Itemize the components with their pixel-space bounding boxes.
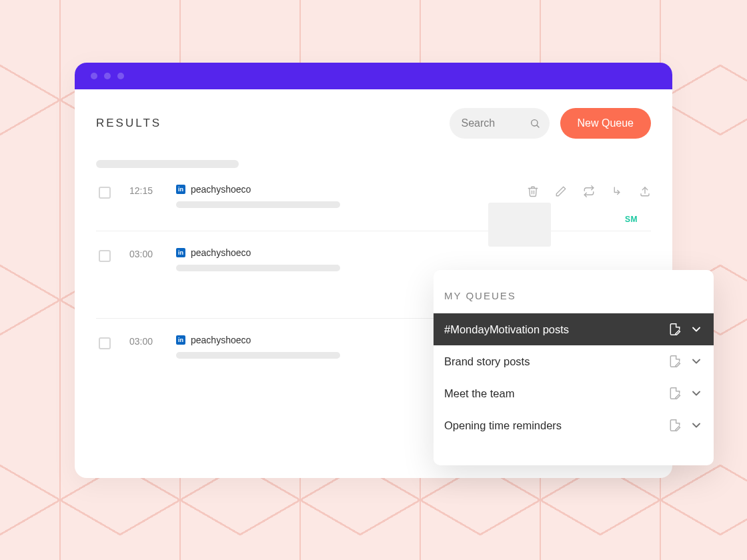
new-queue-button[interactable]: New Queue xyxy=(560,108,652,139)
window-control-minimize[interactable] xyxy=(104,73,111,79)
queue-item-meet-team[interactable]: Meet the team xyxy=(434,377,714,409)
queue-item-label: Meet the team xyxy=(444,387,660,400)
select-checkbox[interactable] xyxy=(99,337,111,349)
file-edit-icon[interactable] xyxy=(668,355,682,368)
post-body: in peachyshoeco xyxy=(176,184,527,215)
linkedin-icon: in xyxy=(176,248,185,257)
queue-item-monday-motivation[interactable]: #MondayMotivation posts xyxy=(434,313,714,345)
post-time: 03:00 xyxy=(129,247,160,271)
linkedin-icon: in xyxy=(176,185,185,194)
post-time: 03:00 xyxy=(129,335,160,359)
chevron-down-icon[interactable] xyxy=(690,355,703,368)
svg-line-1 xyxy=(537,125,539,127)
queues-heading: MY QUEUES xyxy=(434,290,714,313)
account-name: peachyshoeco xyxy=(191,184,251,195)
file-edit-icon[interactable] xyxy=(668,323,682,336)
queue-item-label: Opening time reminders xyxy=(444,419,660,432)
post-text-placeholder xyxy=(176,265,340,271)
linkedin-icon: in xyxy=(176,335,185,345)
window-titlebar xyxy=(75,63,672,89)
page-title: RESULTS xyxy=(96,117,161,130)
account-line: in peachyshoeco xyxy=(176,184,527,195)
move-down-icon[interactable] xyxy=(611,185,623,197)
account-name: peachyshoeco xyxy=(191,247,251,258)
file-edit-icon[interactable] xyxy=(668,419,682,432)
queue-item-label: Brand story posts xyxy=(444,355,660,368)
search-field[interactable] xyxy=(450,108,550,139)
window-control-close[interactable] xyxy=(91,73,97,79)
delete-icon[interactable] xyxy=(527,185,539,197)
post-text-placeholder xyxy=(176,201,340,208)
account-name: peachyshoeco xyxy=(191,335,251,345)
search-icon xyxy=(530,118,540,129)
account-line: in peachyshoeco xyxy=(176,247,651,258)
select-checkbox[interactable] xyxy=(99,187,111,199)
queue-item-label: #MondayMotivation posts xyxy=(444,323,660,336)
search-input[interactable] xyxy=(462,117,524,129)
upload-icon[interactable] xyxy=(639,185,651,197)
status-badge: SM xyxy=(625,215,638,224)
topbar: RESULTS New Queue xyxy=(96,108,651,139)
post-body: in peachyshoeco xyxy=(176,247,651,271)
window-control-zoom[interactable] xyxy=(117,73,124,79)
edit-icon[interactable] xyxy=(555,185,567,197)
post-text-placeholder xyxy=(176,352,340,359)
section-placeholder xyxy=(96,160,239,168)
queue-item-opening-reminders[interactable]: Opening time reminders xyxy=(434,409,714,441)
chevron-down-icon[interactable] xyxy=(690,387,703,400)
chevron-down-icon[interactable] xyxy=(690,323,703,336)
repeat-icon[interactable] xyxy=(583,185,595,197)
queues-panel: MY QUEUES #MondayMotivation posts Brand … xyxy=(434,270,714,465)
chevron-down-icon[interactable] xyxy=(690,419,703,432)
file-edit-icon[interactable] xyxy=(668,387,682,400)
select-checkbox[interactable] xyxy=(99,250,111,262)
queue-item-brand-story[interactable]: Brand story posts xyxy=(434,345,714,377)
post-row: 12:15 in peachyshoeco SM xyxy=(96,168,651,231)
post-time: 12:15 xyxy=(129,184,160,215)
